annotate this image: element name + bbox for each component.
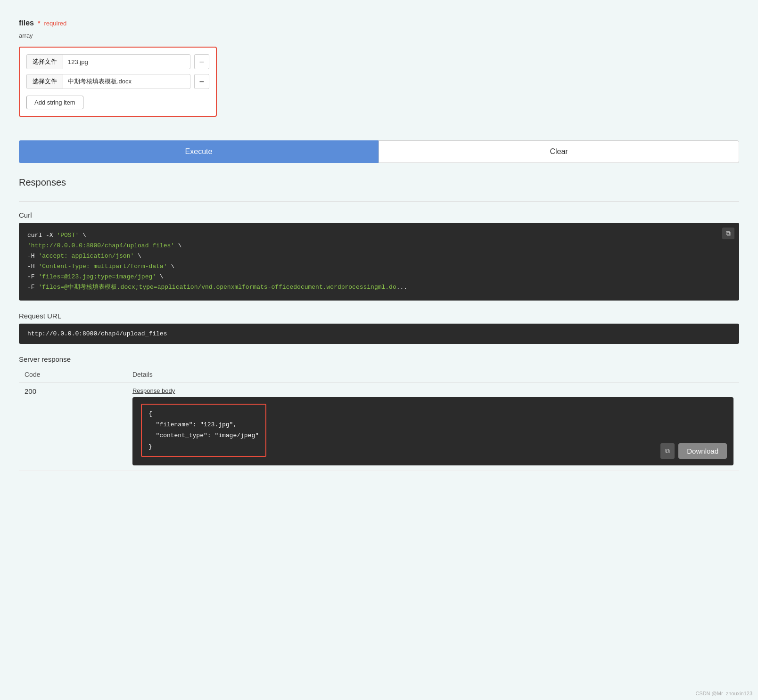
curl-line-5: -F 'files=@123.jpg;type=image/jpeg' \ [27,272,731,282]
clear-button[interactable]: Clear [379,140,739,163]
remove-file-button-2[interactable]: – [194,74,209,89]
file-input-2: 选择文件 中期考核填表模板.docx [26,74,190,89]
curl-url: 'http://0.0.0.0:8000/chap4/upload_files' [27,242,174,249]
curl-truncated: ... [396,284,407,291]
response-body-inner: { "filename": "123.jpg", "content_type":… [141,404,266,457]
body-line-1: { [148,408,259,419]
curl-copy-button[interactable]: ⧉ [722,228,734,239]
response-details-cell: Response body { "filename": "123.jpg", "… [127,382,739,471]
choose-file-button-2[interactable]: 选择文件 [27,74,63,89]
responses-section: Responses Curl ⧉ curl -X 'POST' \ 'http:… [19,177,739,471]
curl-h1-flag: -H [27,252,38,260]
request-url-value: http://0.0.0.0:8000/chap4/upload_files [27,330,167,337]
server-response-section: Server response Code Details 200 Respons… [19,355,739,471]
request-url-section: Request URL http://0.0.0.0:8000/chap4/up… [19,312,739,344]
response-body-label: Response body [132,387,733,394]
url-code-block: http://0.0.0.0:8000/chap4/upload_files [19,324,739,344]
curl-method: 'POST' [57,232,79,239]
remove-file-button-1[interactable]: – [194,54,209,69]
curl-f2-flag: -F [27,284,38,291]
required-star: * [38,19,40,27]
curl-f1-flag: -F [27,273,38,280]
required-text: required [44,20,66,27]
curl-line-1: curl -X 'POST' \ [27,230,731,241]
curl-label: Curl [19,211,739,219]
response-row-200: 200 Response body { "filename": "123.jpg… [19,382,739,471]
response-copy-button[interactable]: ⧉ [660,443,675,459]
download-button[interactable]: Download [678,443,727,459]
body-line-2: "filename": "123.jpg", [148,419,259,430]
files-array-box: 选择文件 123.jpg – 选择文件 中期考核填表模板.docx – Add … [19,47,217,117]
response-actions: ⧉ Download [660,443,727,459]
choose-file-button-1[interactable]: 选择文件 [27,55,63,69]
file-row-1: 选择文件 123.jpg – [26,54,209,69]
response-table: Code Details 200 Response body { [19,367,739,471]
execute-button[interactable]: Execute [19,140,379,163]
action-row: Execute Clear [19,140,739,163]
curl-cmd: curl -X [27,232,57,239]
responses-title: Responses [19,177,739,192]
file-name-2: 中期考核填表模板.docx [63,74,190,89]
file-input-1: 选择文件 123.jpg [26,54,190,69]
curl-h2-flag: -H [27,263,38,270]
curl-bs-3: \ [134,252,141,260]
file-row-2: 选择文件 中期考核填表模板.docx – [26,74,209,89]
divider-1 [19,201,739,202]
curl-section: Curl ⧉ curl -X 'POST' \ 'http://0.0.0.0:… [19,211,739,301]
curl-bs-2: \ [174,242,182,249]
request-url-label: Request URL [19,312,739,320]
curl-f2-val: 'files=@中期考核填表模板.docx;type=application/v… [38,284,396,291]
response-body-block: { "filename": "123.jpg", "content_type":… [132,397,733,466]
body-line-4: } [148,441,259,452]
col-details-header: Details [127,367,739,383]
server-response-label: Server response [19,355,739,363]
curl-line-4: -H 'Content-Type: multipart/form-data' \ [27,261,731,272]
body-line-3: "content_type": "image/jpeg" [148,430,259,441]
add-string-item-button[interactable]: Add string item [26,96,83,109]
file-name-1: 123.jpg [63,56,190,68]
curl-line-2: 'http://0.0.0.0:8000/chap4/upload_files'… [27,241,731,251]
curl-code-block: ⧉ curl -X 'POST' \ 'http://0.0.0.0:8000/… [19,223,739,301]
curl-line-6: -F 'files=@中期考核填表模板.docx;type=applicatio… [27,282,731,293]
files-section: files * required array 选择文件 123.jpg – 选择… [19,9,739,126]
curl-f1-val: 'files=@123.jpg;type=image/jpeg' [38,273,156,280]
curl-bs-5: \ [156,273,164,280]
curl-backslash-1: \ [79,232,86,239]
files-type-label: array [19,32,739,39]
curl-line-3: -H 'accept: application/json' \ [27,251,731,261]
curl-h1-val: 'accept: application/json' [38,252,134,260]
col-code-header: Code [19,367,127,383]
curl-bs-4: \ [167,263,174,270]
response-code-200: 200 [19,382,127,471]
curl-h2-val: 'Content-Type: multipart/form-data' [38,263,167,270]
files-label: files [19,19,34,27]
